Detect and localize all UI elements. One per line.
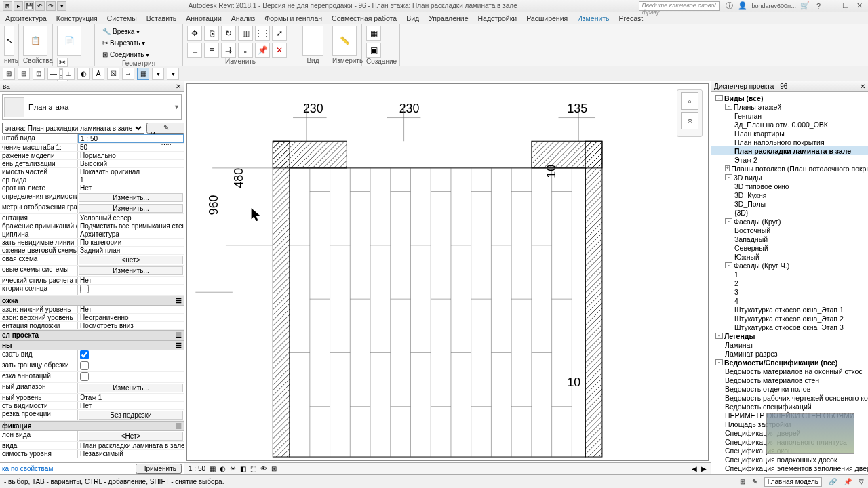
properties-help-link[interactable]: ка по свойствам [2, 465, 53, 472]
property-row[interactable]: овая схема<нет> [0, 255, 184, 266]
property-row[interactable]: штаб вида1 : 50 [0, 134, 184, 144]
property-row[interactable]: сть видимостиНет [0, 402, 184, 410]
tree-item[interactable]: Спецификация подоконных досок [711, 455, 868, 464]
prop-group[interactable]: ны☰ [0, 340, 184, 350]
model-combo[interactable]: Главная модель [764, 477, 822, 487]
tree-item[interactable]: +Планы потолков (План потолочного покрыт… [711, 164, 868, 173]
tree-item[interactable]: 2 [711, 279, 868, 287]
opt-1[interactable]: ⊞ [3, 68, 15, 80]
drawing-area[interactable]: — ☐ ✕ 230 230 135 [184, 81, 711, 474]
property-row[interactable]: ень детализацииВысокий [0, 160, 184, 168]
tree-item[interactable]: Генплан [711, 111, 868, 120]
property-row[interactable]: ный уровеньЭтаж 1 [0, 394, 184, 402]
tab-Надстройки[interactable]: Надстройки [478, 14, 517, 22]
cope-button[interactable]: 🔧 Врезка ▾ [99, 26, 178, 37]
tree-item[interactable]: План напольного покрытия [711, 138, 868, 146]
property-row[interactable]: азон: верхний уровеньНеограниченно [0, 314, 184, 322]
infocenter-icon[interactable]: ⓘ [724, 1, 734, 11]
tab-Совместная работа[interactable]: Совместная работа [332, 14, 397, 22]
type-selector[interactable]: План этажа ▼ [2, 94, 182, 120]
property-row[interactable]: ражение моделиНормально [0, 152, 184, 160]
align-icon[interactable]: ≡ [204, 43, 219, 58]
tree-item[interactable]: Ведомость материалов стен [711, 375, 868, 384]
tree-item[interactable]: 3D_Полы [711, 199, 868, 208]
array-icon[interactable]: ⋮⋮ [255, 26, 270, 41]
tree-item[interactable]: Ведомость материалов на оконный откос [711, 367, 868, 375]
signin-icon[interactable]: 👤 [738, 1, 747, 11]
tab-Изменить[interactable]: Изменить [577, 14, 609, 22]
tree-item[interactable]: Южный [711, 252, 868, 261]
home-icon[interactable]: ⌂ [681, 92, 698, 110]
prop-group[interactable]: фикация☰ [0, 421, 184, 431]
property-row[interactable]: имость частейПоказать оригинал [0, 168, 184, 176]
property-row[interactable]: орот на листеНет [0, 184, 184, 192]
mirror-icon[interactable]: ▥ [238, 26, 253, 41]
tree-item[interactable]: Восточный [711, 226, 868, 235]
tree-item[interactable]: 3D_Кухня [711, 190, 868, 199]
apply-button[interactable]: Применить [136, 464, 182, 474]
tab-Конструкция[interactable]: Конструкция [56, 14, 98, 22]
tree-item[interactable]: Ведомость спецификаций [711, 402, 868, 411]
opt-6[interactable]: ◐ [77, 68, 90, 80]
tab-Системы[interactable]: Системы [107, 14, 137, 22]
hide-icon[interactable]: 👁 [260, 465, 267, 472]
filter-icon[interactable]: ▽ [859, 478, 864, 485]
tree-item[interactable]: Ведомость рабочих чертежей основного ком… [711, 393, 868, 402]
property-row[interactable]: лон вида<Нет> [0, 431, 184, 442]
tab-Precast[interactable]: Precast [619, 14, 644, 22]
editable-icon[interactable]: ✎ [752, 478, 757, 485]
shadows-icon[interactable]: ◧ [240, 465, 246, 472]
view-cube[interactable]: ⌂ ◎ [677, 89, 703, 137]
tree-item[interactable]: 3D типовое окно [711, 182, 868, 190]
property-row[interactable]: ожение цветовой схемыЗадний план [0, 247, 184, 255]
tree-item[interactable]: -Фасады (Круг Ч.) [711, 261, 868, 270]
property-row[interactable]: ентация подложкиПосмотреть вниз [0, 322, 184, 330]
tree-item[interactable]: 4 [711, 296, 868, 305]
help-search[interactable]: Введите ключевое слово/фразу [639, 1, 720, 11]
tab-Аннотации[interactable]: Аннотации [186, 14, 222, 22]
tree-item[interactable]: -3D виды [711, 173, 868, 182]
tree-item[interactable]: Северный [711, 243, 868, 252]
select-pinned-icon[interactable]: 📌 [844, 478, 852, 485]
tab-Архитектура[interactable]: Архитектура [5, 14, 47, 22]
property-row[interactable]: зать границу обрезки [0, 361, 184, 372]
property-row[interactable]: зать невидимые линииПо категории [0, 239, 184, 247]
tree-item[interactable]: Этаж 2 [711, 155, 868, 164]
qat-open[interactable]: ▸ [14, 1, 23, 11]
tab-Вид[interactable]: Вид [406, 14, 419, 22]
reveal-icon[interactable]: ⊞ [271, 465, 277, 472]
property-row[interactable]: бражение примыканий стенПодчистить все п… [0, 222, 184, 230]
sunpath-icon[interactable]: ☀ [230, 465, 236, 472]
opt-2[interactable]: ⊟ [18, 68, 30, 80]
opt-9[interactable]: → [122, 68, 134, 80]
property-row[interactable]: езать вид [0, 350, 184, 361]
tab-Управление[interactable]: Управление [429, 14, 468, 22]
scale-label[interactable]: 1 : 50 [189, 465, 205, 472]
measure-icon[interactable]: 📏 [332, 26, 357, 56]
scale-icon[interactable]: ⤢ [272, 26, 287, 41]
property-row[interactable]: азон: нижний уровеньНет [0, 306, 184, 314]
offset-icon[interactable]: ⇉ [221, 43, 236, 58]
copy-move-icon[interactable]: ⎘ [204, 26, 219, 41]
tab-Формы и генплан[interactable]: Формы и генплан [264, 14, 322, 22]
view-icon[interactable]: — [302, 26, 323, 56]
property-row[interactable]: резка проекцииБез подрезки [0, 410, 184, 421]
close-icon[interactable]: ✕ [854, 1, 864, 11]
property-row[interactable]: ический стиль расчета по у...Нет [0, 277, 184, 285]
tree-item[interactable]: Штукатурка откосов окна_Этап 3 [711, 323, 868, 331]
properties-button[interactable]: 📋 [23, 26, 47, 56]
tree-item[interactable]: -Планы этажей [711, 102, 868, 111]
property-row[interactable]: овые схемы системыИзменить... [0, 266, 184, 277]
properties-close-icon[interactable]: ✕ [176, 83, 181, 90]
opt-12[interactable]: ▾ [167, 68, 179, 80]
workset-icon[interactable]: ⊞ [740, 478, 745, 485]
modify-button[interactable]: ↖ [4, 26, 14, 56]
tab-Вставить[interactable]: Вставить [146, 14, 177, 22]
paste-button[interactable]: 📄 [57, 26, 81, 56]
select-links-icon[interactable]: 🔗 [829, 478, 837, 485]
tree-item[interactable]: -Легенды [711, 331, 868, 340]
pin-icon[interactable]: 📌 [255, 43, 270, 58]
trim-icon[interactable]: ⟂ [187, 43, 202, 58]
property-row[interactable]: ер вида1 [0, 176, 184, 184]
tree-item[interactable]: Ламинат разрез [711, 349, 868, 358]
